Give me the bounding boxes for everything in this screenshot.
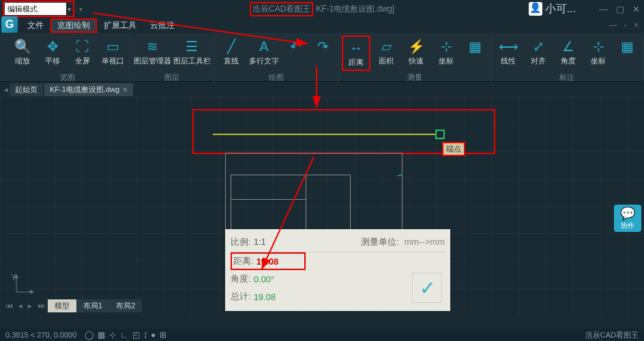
angle-button[interactable]: ∠角度 — [554, 35, 583, 71]
menu-cloud-annot[interactable]: 云批注 — [143, 18, 181, 33]
quick-button[interactable]: ⚡快速 — [402, 35, 430, 71]
menu-bar: G 文件 览图绘制 扩展工具 云批注 — ▫ × — [0, 18, 644, 33]
tab-nav-left-icon[interactable]: ◂ — [4, 85, 8, 94]
window-controls: — ▢ ✕ — [599, 4, 640, 14]
undo-button[interactable]: ↶ — [282, 35, 308, 71]
layers-icon: ≋ — [143, 37, 162, 56]
menu-ext-tools[interactable]: 扩展工具 — [97, 18, 143, 33]
ribbon: 🔍缩放 ✥平移 ⛶全屏 ▭单视口 览图 ≋图层管理器 ☰图层工具栏 图层 ╱直线… — [0, 33, 644, 82]
mtext-button[interactable]: A多行文字 — [247, 35, 281, 71]
drawing-tab[interactable]: KF-1电缆敷设图.dwg ✕ — [44, 83, 133, 96]
status-icon-4[interactable]: ∟ — [120, 330, 128, 340]
sub-close-icon[interactable]: × — [634, 20, 639, 30]
svg-marker-3 — [14, 274, 18, 278]
line-icon: ╱ — [222, 37, 241, 56]
maximize-button[interactable]: ▢ — [616, 4, 624, 14]
group-measure-label: 测量 — [407, 72, 422, 83]
viewport-label: 单视口 — [102, 56, 124, 66]
mode-select[interactable]: 编辑模式 — [5, 3, 66, 15]
fullscreen-button[interactable]: ⛶全屏 — [68, 35, 97, 71]
model-tab[interactable]: 模型 — [48, 299, 76, 312]
menu-file[interactable]: 文件 — [20, 18, 50, 33]
status-icon-2[interactable]: ▦ — [98, 330, 105, 340]
group-dim-label: 标注 — [559, 72, 574, 83]
measure-layout-button[interactable]: ▦ — [462, 35, 488, 71]
chat-icon: 💬 — [620, 206, 635, 221]
layout-nav-prev-icon[interactable]: ◂ — [16, 301, 25, 310]
status-icon-8[interactable]: ⊞ — [160, 330, 166, 340]
layer-tool-icon: ☰ — [182, 37, 201, 56]
status-icon-5[interactable]: ◰ — [132, 330, 140, 340]
status-icon-1[interactable]: ◯ — [85, 330, 93, 340]
coord2-button[interactable]: ⊹坐标 — [584, 35, 613, 71]
total-result-label: 总计: — [231, 291, 251, 303]
menu-view-draw[interactable]: 览图绘制 — [50, 18, 97, 33]
doc-title: KF-1电缆敷设图.dwg] — [316, 3, 394, 15]
ribbon-group-measure: ↔距离 ▱面积 ⚡快速 ⊹坐标 ▦ 测量 — [339, 35, 491, 83]
layer-mgr-button[interactable]: ≋图层管理器 — [133, 35, 171, 71]
layer-toolbar-label: 图层工具栏 — [173, 56, 211, 66]
distance-button[interactable]: ↔距离 — [342, 35, 370, 71]
ucs-icon — [14, 274, 34, 295]
layout1-tab[interactable]: 布局1 — [76, 299, 109, 312]
confirm-button[interactable]: ✓ — [412, 273, 442, 303]
linear-button[interactable]: ⟷线性 — [494, 35, 523, 71]
scale-label: 比例: — [231, 237, 251, 247]
close-button[interactable]: ✕ — [632, 4, 640, 14]
group-draw-label: 绘图 — [269, 72, 284, 83]
aligned-button[interactable]: ⤢对齐 — [524, 35, 553, 71]
pan-button[interactable]: ✥平移 — [38, 35, 67, 71]
redo-button[interactable]: ↷ — [310, 35, 336, 71]
document-tabs: ◂ 起始页 KF-1电缆敷设图.dwg ✕ — [0, 82, 644, 97]
user-area[interactable]: 👤 小可... — [529, 2, 576, 16]
viewport-button[interactable]: ▭单视口 — [98, 35, 127, 71]
group-view-label: 览图 — [60, 72, 75, 83]
window-title: 浩辰CAD看图王 KF-1电缆敷设图.dwg] — [250, 2, 394, 16]
status-icon-6[interactable]: ⟟ — [144, 330, 147, 340]
distance-label: 距离 — [349, 57, 364, 68]
dim-layout-icon: ▦ — [617, 37, 636, 56]
status-icon-3[interactable]: ⊹ — [109, 330, 116, 340]
start-tab[interactable]: 起始页 — [10, 83, 43, 96]
menubar-right-controls: — ▫ × — [609, 20, 639, 30]
unit-label: 测量单位: — [361, 237, 399, 247]
linear-icon: ⟷ — [499, 37, 518, 56]
layout-nav-last-icon[interactable]: ⏭ — [35, 301, 48, 310]
drawing-inner — [231, 175, 351, 229]
area-button[interactable]: ▱面积 — [372, 35, 400, 71]
zoom-button[interactable]: 🔍缩放 — [8, 35, 37, 71]
drawing-canvas[interactable]: 端点 比例:1:1 测量单位: mm-->mm 距离: 19.08 角度: 0.… — [0, 97, 644, 315]
quick-icon: ⚡ — [407, 37, 426, 56]
sub-restore-icon[interactable]: ▫ — [624, 20, 627, 30]
zoom-label: 缩放 — [15, 56, 30, 66]
status-brand: 浩辰CAD看图王 — [585, 330, 639, 340]
coord-button[interactable]: ⊹坐标 — [432, 35, 460, 71]
check-icon: ✓ — [420, 277, 435, 299]
coord2-icon: ⊹ — [589, 37, 608, 56]
coords-readout: 0.3815 < 270, 0.0000 — [5, 331, 76, 339]
layout2-tab[interactable]: 布局2 — [109, 299, 142, 312]
ribbon-group-view: 🔍缩放 ✥平移 ⛶全屏 ▭单视口 览图 — [5, 35, 130, 83]
layout-nav-first-icon[interactable]: ⏮ — [3, 301, 16, 310]
distance-icon: ↔ — [347, 38, 366, 57]
diagonal-line — [231, 175, 402, 176]
minimize-button[interactable]: — — [599, 4, 608, 14]
app-logo-icon[interactable]: G — [1, 16, 18, 33]
tab-close-icon[interactable]: ✕ — [122, 86, 128, 93]
layer-toolbar-button[interactable]: ☰图层工具栏 — [173, 35, 211, 71]
mtext-label: 多行文字 — [249, 56, 279, 66]
total-result-value: 19.08 — [254, 292, 276, 302]
layout-nav-next-icon[interactable]: ▸ — [25, 301, 35, 310]
linear-label: 线性 — [501, 56, 516, 66]
redo-icon: ↷ — [313, 37, 332, 56]
aligned-icon: ⤢ — [529, 37, 548, 56]
status-icon-7[interactable]: ● — [151, 330, 156, 340]
viewport-icon: ▭ — [103, 37, 122, 56]
collab-button[interactable]: 💬 协作 — [614, 205, 641, 232]
angle-result-value: 0.00° — [254, 274, 275, 284]
dim-layout-button[interactable]: ▦ — [614, 35, 640, 71]
status-bar: 0.3815 < 270, 0.0000 ◯ ▦ ⊹ ∟ ◰ ⟟ ● ⊞ 浩辰C… — [0, 329, 644, 341]
line-button[interactable]: ╱直线 — [217, 35, 246, 71]
dropdown-icon[interactable]: ▾ — [66, 5, 72, 13]
sub-minimize-icon[interactable]: — — [609, 20, 617, 30]
